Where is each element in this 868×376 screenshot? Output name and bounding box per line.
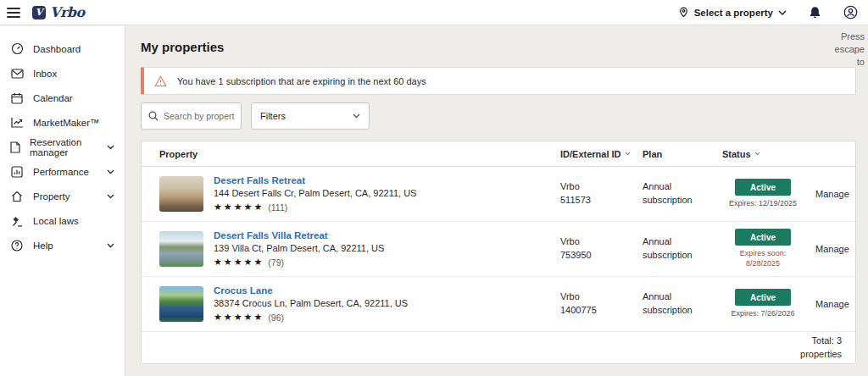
chevron-down-icon xyxy=(855,191,856,196)
manage-dropdown[interactable]: Manage xyxy=(815,299,856,309)
status-badge: Active xyxy=(735,229,791,246)
star-rating-icons: ★★★★★ xyxy=(214,202,264,213)
warning-triangle-icon xyxy=(154,75,167,87)
performance-icon xyxy=(10,166,24,178)
table-footer: Total: 3 properties xyxy=(142,332,855,363)
chevron-down-icon xyxy=(855,301,856,307)
chevron-down-icon xyxy=(107,169,114,174)
status-badge: Active xyxy=(735,179,791,196)
column-header-status[interactable]: Status xyxy=(722,149,815,159)
sidebar-item-label: Local laws xyxy=(33,216,79,226)
calendar-icon xyxy=(10,92,24,104)
review-count: (111) xyxy=(268,202,287,213)
table-row: Crocus Lane 38374 Crocus Ln, Palm Desert… xyxy=(142,277,855,332)
sidebar: Dashboard Inbox Calendar MarketMaker™ Re… xyxy=(0,26,125,376)
hamburger-menu-icon[interactable] xyxy=(7,5,20,20)
vrbo-logo-text: Vrbo xyxy=(50,4,85,20)
sort-icon xyxy=(625,152,631,156)
vrbo-logo-mark-icon: V xyxy=(32,6,46,19)
plan-value: Annual subscription xyxy=(643,180,722,207)
sidebar-item-label: MarketMaker™ xyxy=(33,118,100,128)
inbox-icon xyxy=(10,69,24,79)
property-address: 38374 Crocus Ln, Palm Desert, CA, 92211,… xyxy=(214,298,560,308)
chevron-down-icon xyxy=(353,113,360,119)
gavel-icon xyxy=(10,215,24,227)
manage-dropdown[interactable]: Manage xyxy=(815,189,856,199)
property-name-link[interactable]: Desert Falls Villa Retreat xyxy=(214,230,328,241)
vrbo-logo[interactable]: V Vrbo xyxy=(32,4,85,20)
property-home-icon xyxy=(10,191,24,202)
sidebar-item-help[interactable]: Help xyxy=(0,233,125,257)
page-title: My properties xyxy=(141,40,224,54)
property-rating: ★★★★★ (96) xyxy=(214,312,560,323)
column-header-property: Property xyxy=(159,149,560,159)
table-row: Desert Falls Villa Retreat 139 Villa Ct,… xyxy=(142,222,855,277)
property-thumbnail[interactable] xyxy=(159,176,203,212)
sidebar-item-label: Dashboard xyxy=(33,44,81,54)
sidebar-item-reservation-manager[interactable]: Reservation manager xyxy=(0,135,125,159)
sidebar-item-label: Property xyxy=(33,191,70,202)
sidebar-item-calendar[interactable]: Calendar xyxy=(0,86,125,110)
location-pin-icon xyxy=(678,7,689,18)
sidebar-item-dashboard[interactable]: Dashboard xyxy=(0,36,125,61)
table-row: Desert Falls Retreat 144 Desert Falls Cr… xyxy=(142,167,855,222)
property-name-link[interactable]: Desert Falls Retreat xyxy=(214,175,305,185)
star-rating-icons: ★★★★★ xyxy=(214,257,264,268)
chevron-down-icon xyxy=(107,194,114,199)
property-rating: ★★★★★ (111) xyxy=(214,202,560,213)
search-input[interactable] xyxy=(164,111,234,121)
filters-label: Filters xyxy=(260,111,286,121)
expires-text: Expires: 12/19/2025 xyxy=(725,199,801,209)
sidebar-item-marketmaker[interactable]: MarketMaker™ xyxy=(0,110,125,135)
review-count: (79) xyxy=(268,257,284,268)
chevron-down-icon xyxy=(107,243,114,248)
properties-table: Property ID/External ID Plan Status Dese… xyxy=(141,141,856,364)
alert-text: You have 1 subscription that are expirin… xyxy=(177,76,426,86)
expires-text: Expires: 7/26/2026 xyxy=(725,309,801,319)
property-address: 139 Villa Ct, Palm Desert, CA, 92211, US xyxy=(214,243,560,253)
search-icon xyxy=(148,111,159,121)
search-box xyxy=(141,102,242,130)
review-count: (96) xyxy=(268,312,284,323)
status-badge: Active xyxy=(735,289,791,306)
chevron-down-icon xyxy=(855,246,856,252)
filters-dropdown[interactable]: Filters xyxy=(251,102,370,130)
account-icon[interactable] xyxy=(843,5,858,19)
reservation-icon xyxy=(10,141,20,153)
select-property-dropdown[interactable]: Select a property xyxy=(678,7,787,18)
property-id: Vrbo 753950 xyxy=(560,235,643,263)
sidebar-item-label: Performance xyxy=(33,167,89,177)
main-content: My properties You have 1 subscription th… xyxy=(126,26,868,376)
property-thumbnail[interactable] xyxy=(159,286,203,322)
sidebar-item-performance[interactable]: Performance xyxy=(0,159,125,184)
top-bar: V Vrbo Select a property xyxy=(0,0,868,25)
dashboard-icon xyxy=(10,42,24,55)
manage-dropdown[interactable]: Manage xyxy=(815,244,856,254)
plan-value: Annual subscription xyxy=(643,235,722,263)
sidebar-item-local-laws[interactable]: Local laws xyxy=(0,208,125,233)
subscription-alert-banner: You have 1 subscription that are expirin… xyxy=(141,67,856,95)
sidebar-item-label: Calendar xyxy=(33,93,73,103)
star-rating-icons: ★★★★★ xyxy=(214,312,264,323)
help-icon xyxy=(10,240,24,252)
marketmaker-icon xyxy=(10,117,24,128)
plan-value: Annual subscription xyxy=(643,290,722,318)
property-id: Vrbo 1400775 xyxy=(560,290,643,318)
column-header-id[interactable]: ID/External ID xyxy=(560,149,643,159)
property-thumbnail[interactable] xyxy=(159,231,203,267)
chevron-down-icon xyxy=(107,145,114,150)
chevron-down-icon xyxy=(778,10,787,15)
total-count: Total: 3 properties xyxy=(789,335,842,362)
sidebar-item-label: Inbox xyxy=(33,69,57,79)
property-name-link[interactable]: Crocus Lane xyxy=(214,285,273,296)
sidebar-item-property[interactable]: Property xyxy=(0,184,125,208)
property-address: 144 Desert Falls Cr, Palm Desert, CA, 92… xyxy=(214,188,560,198)
notifications-bell-icon[interactable] xyxy=(809,6,821,19)
column-header-plan: Plan xyxy=(643,149,722,159)
table-header-row: Property ID/External ID Plan Status xyxy=(142,141,855,167)
sidebar-item-label: Help xyxy=(33,241,53,251)
sidebar-item-inbox[interactable]: Inbox xyxy=(0,61,125,86)
sidebar-item-label: Reservation manager xyxy=(30,137,97,158)
property-id: Vrbo 511573 xyxy=(560,180,643,207)
property-rating: ★★★★★ (79) xyxy=(214,257,560,268)
